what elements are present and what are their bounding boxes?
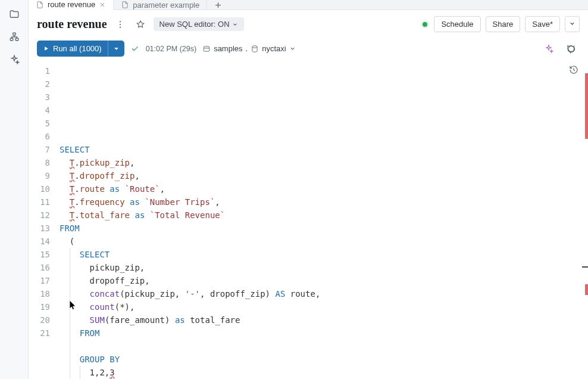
check-icon xyxy=(130,44,140,54)
star-icon[interactable] xyxy=(133,17,148,32)
share-button[interactable]: Share xyxy=(486,16,521,32)
code-line[interactable]: FROM xyxy=(60,327,588,340)
tab-parameter-example[interactable]: parameter example xyxy=(114,0,207,10)
sparkle-icon[interactable] xyxy=(8,54,20,66)
schema-name: nyctaxi xyxy=(262,44,286,53)
error-marker xyxy=(585,73,588,139)
catalog-name: samples xyxy=(214,44,242,53)
svg-rect-1 xyxy=(10,38,13,41)
mouse-cursor-icon xyxy=(69,300,77,314)
svg-point-7 xyxy=(252,45,257,48)
code-line[interactable]: GROUP BY xyxy=(60,353,588,366)
tab-label: parameter example xyxy=(133,1,199,10)
sql-editor-toggle[interactable]: New SQL editor: ON xyxy=(154,17,244,31)
svg-point-5 xyxy=(120,26,121,27)
schema-icon[interactable] xyxy=(8,31,20,43)
code-line[interactable]: SELECT xyxy=(60,143,588,156)
svg-point-8 xyxy=(568,46,575,51)
header-actions: Schedule Share Save* xyxy=(421,16,580,32)
file-icon xyxy=(36,1,44,9)
code-line[interactable]: 1,2,3 xyxy=(60,366,588,379)
add-tab-button[interactable] xyxy=(207,0,229,10)
status-dot-icon xyxy=(421,20,429,29)
toolbar: Run all (1000) 01:02 PM (29s) samples . … xyxy=(29,38,588,63)
main-area: route revenue parameter example route re… xyxy=(29,0,588,379)
sql-editor-toggle-label: New SQL editor: ON xyxy=(159,20,230,29)
svg-rect-0 xyxy=(12,33,15,35)
run-label: Run all (1000) xyxy=(53,44,102,53)
svg-rect-6 xyxy=(204,46,209,51)
code-line[interactable]: FROM xyxy=(60,222,588,235)
svg-rect-2 xyxy=(15,38,18,41)
header-bar: route revenue New SQL editor: ON Schedul… xyxy=(29,10,588,38)
run-timestamp: 01:02 PM (29s) xyxy=(146,45,196,53)
assistant-icon[interactable] xyxy=(542,42,556,56)
code-line[interactable]: T.pickup_zip, xyxy=(60,156,588,169)
code-line[interactable]: T.frequency as `Number Trips`, xyxy=(60,195,588,209)
svg-point-4 xyxy=(120,23,121,24)
line-gutter: 123456789101112131415161718192021 xyxy=(29,63,56,379)
tab-route-revenue[interactable]: route revenue xyxy=(29,0,114,10)
tab-strip: route revenue parameter example xyxy=(29,0,588,10)
catalog-selector[interactable]: samples . nyctaxi xyxy=(202,44,296,53)
code-line[interactable]: pickup_zip, xyxy=(60,261,588,274)
code-line[interactable]: SUM(fare_amount) as total_fare xyxy=(60,313,588,327)
code-body[interactable]: SELECT T.pickup_zip, T.dropoff_zip, T.ro… xyxy=(56,63,588,379)
editor-card: route revenue New SQL editor: ON Schedul… xyxy=(29,10,588,379)
code-line[interactable]: ( xyxy=(60,235,588,248)
save-more-button[interactable] xyxy=(565,16,580,32)
page-title: route revenue xyxy=(37,17,107,31)
folder-icon[interactable] xyxy=(8,8,20,20)
schedule-button[interactable]: Schedule xyxy=(434,16,480,32)
code-line[interactable]: T.route as `Route`, xyxy=(60,182,588,195)
left-rail xyxy=(0,0,29,379)
history-icon[interactable] xyxy=(567,63,581,77)
kebab-menu-icon[interactable] xyxy=(113,17,127,32)
code-line[interactable]: concat(pickup_zip, '-', dropoff_zip) AS … xyxy=(60,287,588,300)
close-icon[interactable] xyxy=(99,1,106,8)
code-line[interactable]: SELECT xyxy=(60,248,588,261)
code-line[interactable]: T.total_fare as `Total Revenue` xyxy=(60,209,588,222)
code-line[interactable]: dropoff_zip, xyxy=(60,274,588,287)
file-icon xyxy=(121,1,129,9)
code-editor[interactable]: 123456789101112131415161718192021 SELECT… xyxy=(29,63,588,379)
svg-point-3 xyxy=(120,21,121,22)
save-button[interactable]: Save* xyxy=(525,16,560,32)
code-line[interactable]: T.dropoff_zip, xyxy=(60,169,588,182)
tab-label: route revenue xyxy=(48,0,95,9)
code-line[interactable]: count(*), xyxy=(60,300,588,313)
code-line[interactable] xyxy=(60,340,588,353)
run-all-button[interactable]: Run all (1000) xyxy=(37,41,124,57)
run-dropdown-button[interactable] xyxy=(108,41,124,57)
comment-icon[interactable] xyxy=(564,42,578,56)
